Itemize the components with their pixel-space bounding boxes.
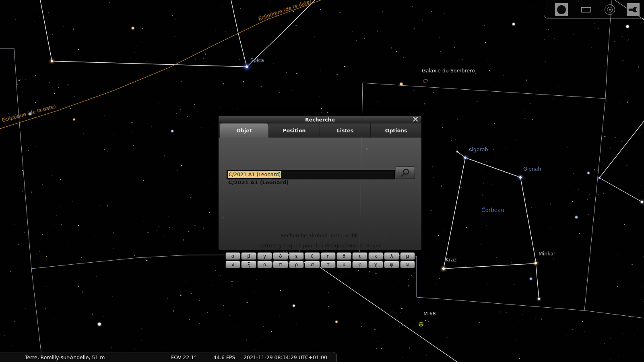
settings-wrench-icon[interactable] — [627, 3, 640, 16]
greek-letter-button[interactable]: ρ — [289, 261, 304, 268]
greek-letter-button[interactable]: ζ — [305, 252, 320, 260]
tab-listes[interactable]: Listes — [320, 123, 371, 138]
dialog-titlebar[interactable]: Recherche × — [219, 116, 421, 123]
status-datetime[interactable]: 2021-11-29 08:34:29 UTC+01:00 — [244, 354, 327, 360]
greek-letter-button[interactable]: φ — [352, 261, 367, 268]
search-input[interactable]: C/2021 A1 (Leonard) — [227, 170, 395, 179]
status-fov: FOV 22.1° — [171, 354, 196, 360]
greek-letter-button[interactable]: ο — [257, 261, 272, 268]
tab-options[interactable]: Options — [370, 123, 421, 138]
status-location: Terre, Romilly-sur-Andelle, 51 m — [25, 354, 105, 360]
rectangle-view-icon[interactable] — [580, 3, 592, 16]
greek-letter-button[interactable]: η — [321, 252, 336, 260]
rectangle-glyph — [581, 7, 591, 12]
greek-letter-button[interactable]: τ — [321, 261, 336, 268]
greek-letter-button[interactable]: μ — [400, 252, 415, 260]
greek-letter-button[interactable]: α — [225, 252, 240, 260]
sphere-view-icon[interactable] — [555, 3, 568, 16]
stellarium-screen: { "window": { "title": "Recherche", "clo… — [0, 0, 644, 362]
search-result-item[interactable]: C/2021 A1 (Leonard) — [228, 179, 289, 185]
dialog-body: C/2021 A1 (Leonard) C/2021 A1 (Leonard) … — [219, 138, 421, 250]
greek-letter-button[interactable]: ψ — [384, 261, 399, 268]
search-input-selected-text: C/2021 A1 (Leonard) — [228, 171, 281, 178]
search-dialog: Recherche × Objet Position Listes Option… — [219, 116, 421, 250]
greek-letter-button[interactable]: ω — [400, 261, 415, 268]
greek-letter-button[interactable]: ε — [289, 252, 304, 260]
dialog-tab-bar: Objet Position Listes Options — [219, 123, 421, 138]
tab-objet[interactable]: Objet — [220, 123, 268, 138]
close-icon[interactable]: × — [412, 114, 419, 124]
greek-letter-button[interactable]: δ — [273, 252, 288, 260]
simbad-status-text: Recherche Simbad: Introuvable — [219, 232, 421, 239]
status-fps: 44.6 FPS — [213, 354, 235, 360]
view-toolbar — [544, 0, 644, 19]
filled-circle-glyph — [557, 5, 566, 14]
greek-letter-button[interactable]: π — [273, 261, 288, 268]
greek-letter-button[interactable]: λ — [384, 252, 399, 260]
greek-letter-button[interactable]: υ — [336, 261, 351, 268]
greek-letter-button[interactable]: γ — [257, 252, 272, 260]
greek-letter-button[interactable]: κ — [368, 252, 383, 260]
greek-letter-button[interactable]: θ — [336, 252, 351, 260]
greek-letters-caption: Lettres grecques pour les désignations d… — [219, 243, 421, 249]
dialog-title: Recherche — [219, 117, 421, 123]
search-button[interactable] — [396, 167, 415, 179]
greek-letter-button[interactable]: β — [241, 252, 256, 260]
magnifier-icon — [399, 168, 411, 178]
greek-letter-button[interactable]: ν — [225, 261, 240, 268]
bullseye-glyph — [605, 4, 615, 15]
greek-letter-button[interactable]: ξ — [241, 261, 256, 268]
greek-letter-row-2: νξοπρστυφχψω — [225, 261, 415, 268]
center-target-icon[interactable] — [603, 3, 616, 16]
wrench-glyph — [627, 4, 639, 15]
greek-letter-row-1: αβγδεζηθικλμ — [225, 252, 415, 260]
status-bar: Terre, Romilly-sur-Andelle, 51 m FOV 22.… — [0, 352, 337, 362]
greek-letter-button[interactable]: ι — [352, 252, 367, 260]
greek-letter-button[interactable]: σ — [305, 261, 320, 268]
greek-letter-button[interactable]: χ — [368, 261, 383, 268]
tab-position[interactable]: Position — [268, 123, 320, 138]
